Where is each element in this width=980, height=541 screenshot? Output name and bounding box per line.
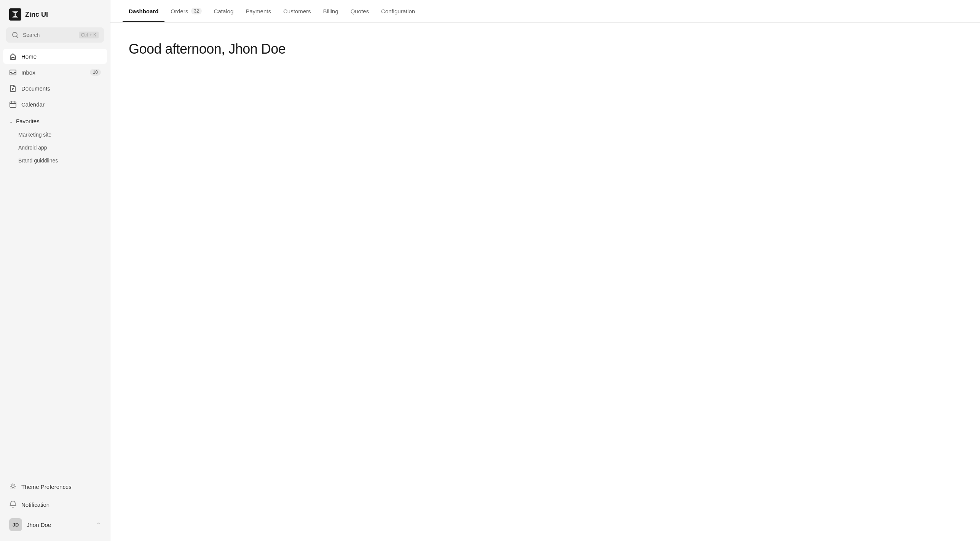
svg-line-17 <box>14 488 15 488</box>
sidebar-item-label-calendar: Calendar <box>21 101 45 108</box>
favorite-item-label-0: Marketing site <box>18 132 51 138</box>
svg-line-16 <box>11 484 11 485</box>
theme-preferences-label: Theme Preferences <box>21 484 72 490</box>
svg-line-18 <box>14 484 15 485</box>
sidebar-item-inbox[interactable]: Inbox 10 <box>3 65 107 80</box>
tab-catalog[interactable]: Catalog <box>208 1 240 22</box>
sidebar: Zinc UI Search Ctrl + K Home <box>0 0 110 541</box>
tab-dashboard-label: Dashboard <box>129 8 158 14</box>
app-name: Zinc UI <box>25 11 48 19</box>
favorite-item-android[interactable]: Android app <box>12 141 107 154</box>
inbox-badge: 10 <box>90 69 101 76</box>
home-icon <box>9 53 17 60</box>
search-icon <box>11 31 19 39</box>
favorite-item-label-1: Android app <box>18 145 47 151</box>
user-item[interactable]: JD Jhon Doe ⌃ <box>6 514 104 535</box>
theme-preferences-item[interactable]: Theme Preferences <box>6 479 104 495</box>
main-content: Dashboard Orders 32 Catalog Payments Cus… <box>110 0 980 541</box>
user-name: Jhon Doe <box>27 522 92 528</box>
tab-quotes[interactable]: Quotes <box>345 1 375 22</box>
tab-payments[interactable]: Payments <box>239 1 277 22</box>
svg-rect-7 <box>10 102 16 107</box>
favorites-section: ⌄ Favorites Marketing site Android app B… <box>3 113 107 169</box>
tab-dashboard[interactable]: Dashboard <box>123 1 164 22</box>
tab-configuration[interactable]: Configuration <box>375 1 421 22</box>
orders-badge: 32 <box>191 8 201 14</box>
sidebar-item-label-inbox: Inbox <box>21 69 35 76</box>
calendar-icon <box>9 100 17 108</box>
search-bar[interactable]: Search Ctrl + K <box>6 27 104 43</box>
zinc-logo-icon <box>9 8 21 21</box>
notification-label: Notification <box>21 501 49 508</box>
inbox-icon <box>9 68 17 76</box>
bell-icon <box>9 500 17 509</box>
favorite-item-brand[interactable]: Brand guiddlines <box>12 154 107 167</box>
chevron-down-icon: ⌄ <box>9 119 13 124</box>
search-label: Search <box>23 32 75 38</box>
svg-line-19 <box>11 488 11 488</box>
sidebar-logo: Zinc UI <box>0 0 110 27</box>
user-initials: JD <box>13 522 19 528</box>
page-content: Good afternoon, Jhon Doe <box>110 23 980 541</box>
top-nav: Dashboard Orders 32 Catalog Payments Cus… <box>110 0 980 23</box>
document-icon <box>9 84 17 92</box>
svg-point-11 <box>12 485 14 488</box>
sidebar-bottom: Theme Preferences Notification JD Jhon D… <box>0 473 110 541</box>
favorites-toggle[interactable]: ⌄ Favorites <box>3 114 107 128</box>
favorite-item-label-2: Brand guiddlines <box>18 158 58 164</box>
svg-line-3 <box>17 37 19 38</box>
tab-billing-label: Billing <box>323 8 338 14</box>
sidebar-item-home[interactable]: Home <box>3 49 107 64</box>
sidebar-nav: Home Inbox 10 Docume <box>0 49 110 473</box>
tab-customers-label: Customers <box>283 8 311 14</box>
tab-orders-label: Orders <box>171 8 188 14</box>
tab-quotes-label: Quotes <box>351 8 369 14</box>
tab-catalog-label: Catalog <box>214 8 234 14</box>
search-shortcut: Ctrl + K <box>79 32 99 38</box>
tab-customers[interactable]: Customers <box>277 1 317 22</box>
favorite-item-marketing[interactable]: Marketing site <box>12 128 107 141</box>
sidebar-item-documents[interactable]: Documents <box>3 81 107 96</box>
tab-configuration-label: Configuration <box>381 8 415 14</box>
favorites-label: Favorites <box>16 118 40 124</box>
sidebar-item-calendar[interactable]: Calendar <box>3 97 107 112</box>
svg-point-2 <box>13 32 17 37</box>
sun-icon <box>9 482 17 491</box>
greeting-heading: Good afternoon, Jhon Doe <box>129 41 962 57</box>
notification-item[interactable]: Notification <box>6 496 104 513</box>
favorites-sub-list: Marketing site Android app Brand guiddli… <box>3 128 107 167</box>
chevron-up-icon: ⌃ <box>96 522 101 528</box>
tab-billing[interactable]: Billing <box>317 1 345 22</box>
tab-payments-label: Payments <box>246 8 271 14</box>
sidebar-item-label-home: Home <box>21 53 37 60</box>
tab-orders[interactable]: Orders 32 <box>164 1 207 22</box>
avatar: JD <box>9 518 22 531</box>
sidebar-item-label-documents: Documents <box>21 85 50 92</box>
